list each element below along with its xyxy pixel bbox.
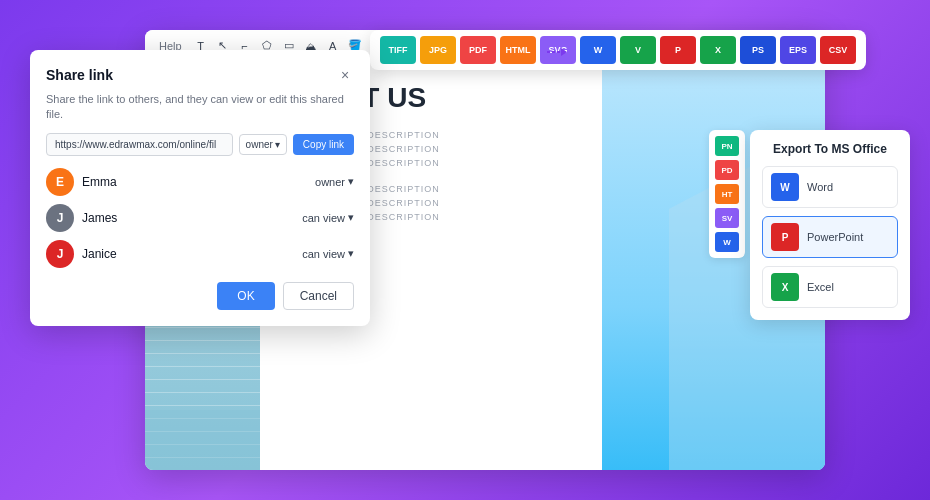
dialog-title: Share link (46, 67, 113, 83)
export-panel: Export To MS Office W Word P PowerPoint … (750, 130, 910, 320)
permission-james-label: can view (302, 212, 345, 224)
permission-janice-label: can view (302, 248, 345, 260)
format-btn-jpg[interactable]: JPG (420, 36, 456, 64)
user-row-james: J James can view ▾ (46, 204, 354, 232)
mini-icon-pdf[interactable]: PD (715, 160, 739, 180)
user-row-emma: E Emma owner ▾ (46, 168, 354, 196)
export-items-list: W Word P PowerPoint X Excel (762, 166, 898, 308)
excel-label: Excel (807, 281, 834, 293)
format-btn-w[interactable]: W (580, 36, 616, 64)
ppt-icon: P (771, 223, 799, 251)
permission-emma-label: owner (315, 176, 345, 188)
excel-icon: X (771, 273, 799, 301)
copy-link-button[interactable]: Copy link (293, 134, 354, 155)
permission-james[interactable]: can view ▾ (302, 211, 354, 224)
user-info-janice: J Janice (46, 240, 117, 268)
mini-icon-svg[interactable]: SV (715, 208, 739, 228)
link-input[interactable] (46, 133, 233, 156)
format-btn-tiff[interactable]: TIFF (380, 36, 416, 64)
mini-icon-html[interactable]: HT (715, 184, 739, 204)
building-base (145, 410, 260, 470)
format-btn-pdf[interactable]: PDF (460, 36, 496, 64)
owner-select[interactable]: owner ▾ (239, 134, 287, 155)
export-word[interactable]: W Word (762, 166, 898, 208)
user-row-janice: J Janice can view ▾ (46, 240, 354, 268)
export-powerpoint[interactable]: P PowerPoint (762, 216, 898, 258)
cancel-button[interactable]: Cancel (283, 282, 354, 310)
user-list: E Emma owner ▾ J James can view ▾ J Jani… (46, 168, 354, 268)
format-btn-v[interactable]: V (620, 36, 656, 64)
user-info-james: J James (46, 204, 117, 232)
format-btn-html[interactable]: HTML (500, 36, 536, 64)
export-excel[interactable]: X Excel (762, 266, 898, 308)
avatar-james: J (46, 204, 74, 232)
user-name-emma: Emma (82, 175, 117, 189)
dialog-description: Share the link to others, and they can v… (46, 92, 354, 123)
link-row: owner ▾ Copy link (46, 133, 354, 156)
ppt-label: PowerPoint (807, 231, 863, 243)
share-dialog: Share link × Share the link to others, a… (30, 50, 370, 326)
format-btn-csv[interactable]: CSV (820, 36, 856, 64)
dialog-header: Share link × (46, 66, 354, 84)
dialog-actions: OK Cancel (46, 282, 354, 310)
word-label: Word (807, 181, 833, 193)
permission-james-chevron: ▾ (348, 211, 354, 224)
export-panel-title: Export To MS Office (762, 142, 898, 156)
format-btn-x[interactable]: X (700, 36, 736, 64)
mini-icon-word[interactable]: W (715, 232, 739, 252)
format-toolbar: TIFFJPGPDFHTMLSVGWVPXPSEPSCSV (370, 30, 866, 70)
format-btn-ps[interactable]: PS (740, 36, 776, 64)
user-name-janice: Janice (82, 247, 117, 261)
word-icon: W (771, 173, 799, 201)
format-btn-eps[interactable]: EPS (780, 36, 816, 64)
mini-panel: PN PD HT SV W (709, 130, 745, 258)
avatar-emma: E (46, 168, 74, 196)
permission-emma[interactable]: owner ▾ (315, 175, 354, 188)
ok-button[interactable]: OK (217, 282, 274, 310)
mini-icon-png[interactable]: PN (715, 136, 739, 156)
svg-marker-1 (561, 48, 567, 56)
arrow-indicator (547, 42, 567, 62)
permission-emma-chevron: ▾ (348, 175, 354, 188)
owner-select-label: owner (246, 139, 273, 150)
close-button[interactable]: × (336, 66, 354, 84)
avatar-janice: J (46, 240, 74, 268)
format-btn-p[interactable]: P (660, 36, 696, 64)
permission-janice-chevron: ▾ (348, 247, 354, 260)
permission-janice[interactable]: can view ▾ (302, 247, 354, 260)
owner-chevron: ▾ (275, 139, 280, 150)
user-info-emma: E Emma (46, 168, 117, 196)
user-name-james: James (82, 211, 117, 225)
